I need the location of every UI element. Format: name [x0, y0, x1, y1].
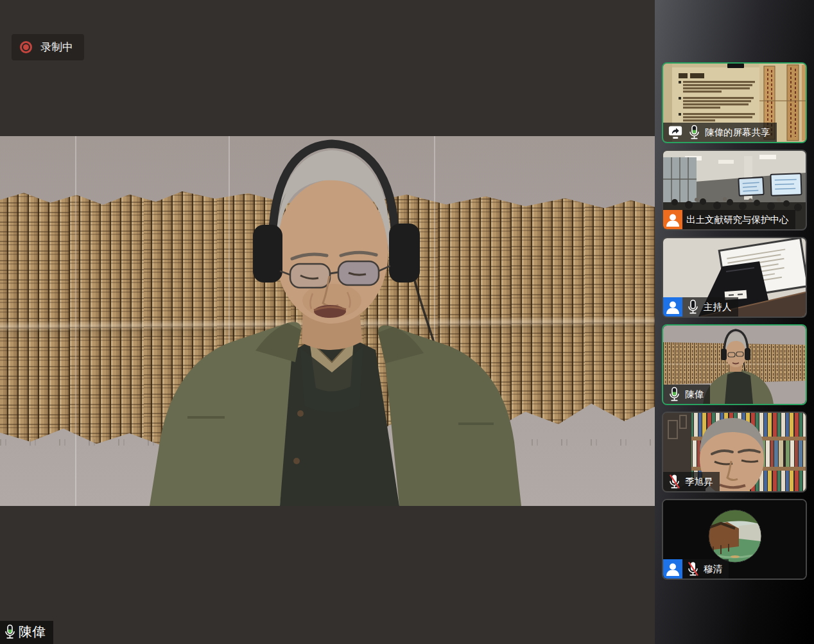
- mic-active-icon: [668, 386, 681, 403]
- participant-name: 季旭昇: [685, 476, 713, 488]
- participants-sidebar[interactable]: 陳偉的屏幕共享: [655, 0, 814, 644]
- recording-indicator: 录制中: [12, 34, 84, 60]
- participant-name: 陳偉的屏幕共享: [705, 126, 770, 139]
- main-speaker-name: 陳偉: [19, 623, 46, 641]
- mic-active-icon: [688, 124, 701, 141]
- participant-tile-chenwei[interactable]: 陳偉: [662, 324, 807, 405]
- speaker-figure: [0, 136, 655, 506]
- mic-active-icon: [3, 623, 17, 640]
- record-icon: [20, 41, 32, 53]
- participant-tile-jixusheng[interactable]: 季旭昇: [662, 412, 807, 492]
- participant-icon: [663, 559, 682, 579]
- participant-name: 穆清: [704, 563, 722, 575]
- main-speaker-nametag: 陳偉: [0, 621, 53, 644]
- mic-on-icon: [686, 299, 700, 315]
- participant-icon: [663, 210, 682, 229]
- main-speaker-video[interactable]: [0, 136, 655, 506]
- participant-name: 出土文献研究与保护中心: [686, 214, 789, 226]
- screen-share-icon: [668, 125, 684, 141]
- participant-icon: [663, 297, 682, 317]
- mic-muted-icon: [668, 473, 681, 490]
- participant-tile-muqing[interactable]: 穆清: [662, 499, 807, 580]
- participant-name: 主持人: [704, 301, 732, 313]
- participant-name: 陳偉: [685, 388, 704, 401]
- participant-tile-research-center[interactable]: 出土文献研究与保护中心: [662, 150, 807, 231]
- participant-tile-screen-share[interactable]: 陳偉的屏幕共享: [662, 62, 807, 143]
- participant-tile-host[interactable]: 主持人: [662, 237, 807, 318]
- main-stage: 录制中 陳偉: [0, 0, 655, 644]
- recording-label: 录制中: [40, 40, 73, 55]
- mic-muted-icon: [686, 561, 700, 577]
